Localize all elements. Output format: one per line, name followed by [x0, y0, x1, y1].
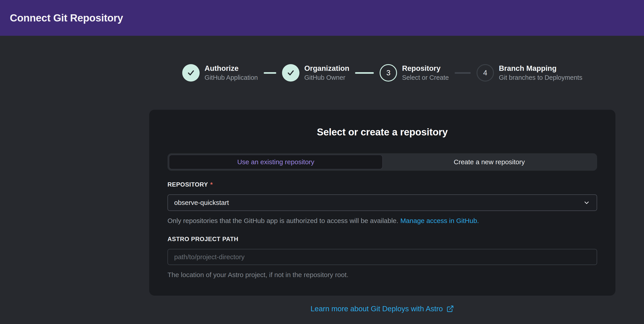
step-title: Organization [304, 64, 350, 72]
step-item-repository[interactable]: 3 Repository Select or Create [380, 64, 449, 82]
step-number: 4 [483, 69, 487, 77]
step-current-circle: 3 [380, 64, 397, 82]
step-title: Branch Mapping [499, 64, 582, 72]
step-connector-3 [455, 72, 471, 74]
step-connector-1 [264, 72, 276, 74]
check-icon [187, 69, 195, 77]
stepper: Authorize GitHub Application Organizatio… [149, 64, 616, 82]
step-subtitle: Select or Create [402, 74, 449, 81]
step-title: Authorize [204, 64, 258, 72]
external-link-icon [446, 305, 454, 312]
step-number: 3 [386, 69, 390, 77]
repo-mode-tabs: Use an existing repository Create a new … [168, 153, 597, 171]
modal-body: Authorize GitHub Application Organizatio… [149, 36, 616, 313]
repository-label: REPOSITORY * [168, 181, 597, 188]
modal-header: Connect Git Repository [0, 0, 644, 36]
repository-select-value: observe-quickstart [174, 199, 229, 206]
modal-title: Connect Git Repository [10, 12, 123, 24]
tab-existing-repository[interactable]: Use an existing repository [169, 155, 383, 169]
card-footer: Learn more about Git Deploys with Astro [149, 304, 616, 313]
step-item-authorize[interactable]: Authorize GitHub Application [182, 64, 258, 82]
repository-select[interactable]: observe-quickstart [168, 194, 597, 211]
step-subtitle: Git branches to Deployments [499, 74, 582, 81]
check-icon [286, 69, 295, 77]
card-title: Select or create a repository [168, 126, 597, 138]
project-path-input[interactable] [168, 249, 597, 265]
step-upcoming-circle: 4 [476, 64, 494, 82]
repository-card: Select or create a repository Use an exi… [149, 110, 616, 296]
step-item-branch-mapping[interactable]: 4 Branch Mapping Git branches to Deploym… [476, 64, 582, 82]
step-subtitle: GitHub Application [204, 74, 258, 81]
step-connector-2 [355, 72, 374, 74]
step-title: Repository [402, 64, 449, 72]
step-item-organization[interactable]: Organization GitHub Owner [282, 64, 350, 82]
repository-help-text: Only repositories that the GitHub app is… [168, 216, 597, 225]
project-path-label: ASTRO PROJECT PATH [168, 236, 597, 243]
step-complete-circle [182, 64, 200, 82]
chevron-down-icon [583, 199, 590, 206]
step-complete-circle [282, 64, 300, 82]
project-path-help-text: The location of your Astro project, if n… [168, 270, 597, 279]
learn-more-link[interactable]: Learn more about Git Deploys with Astro [310, 304, 454, 313]
step-subtitle: GitHub Owner [304, 74, 350, 81]
tab-new-repository[interactable]: Create a new repository [383, 155, 596, 169]
manage-access-link[interactable]: Manage access in GitHub. [400, 217, 479, 224]
required-marker: * [210, 181, 213, 188]
